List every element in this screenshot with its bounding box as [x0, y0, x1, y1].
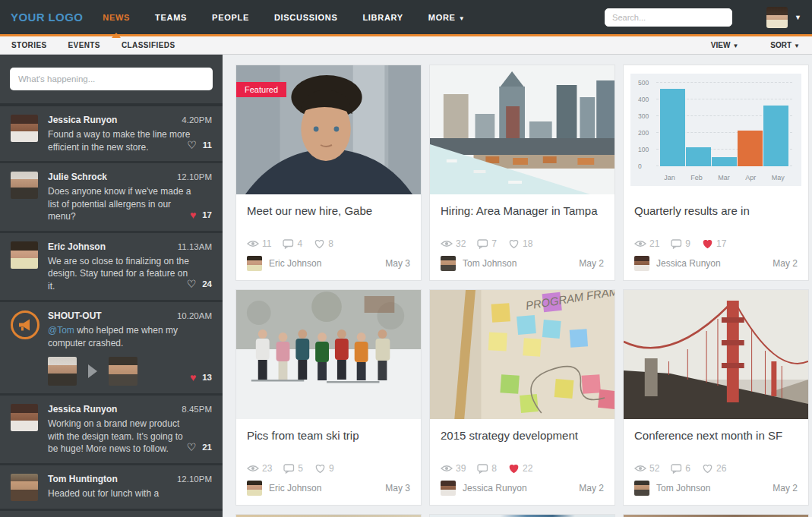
likes-stat[interactable]: 26 [702, 463, 726, 474]
nav-item-more[interactable]: MORE▼ [428, 13, 465, 22]
post-text: @Tom who helped me when my computer cras… [48, 324, 194, 349]
user-menu-chevron-down-icon[interactable]: ▼ [795, 14, 801, 21]
x-axis-tick: Jan [664, 174, 675, 181]
views-stat: 39 [441, 463, 466, 474]
timestamp: 4.20PM [182, 115, 212, 125]
subnav-tab-events[interactable]: EVENTS [68, 41, 100, 49]
author-avatar [247, 256, 262, 271]
featured-badge: Featured [236, 82, 286, 97]
author-name[interactable]: SHOUT-OUT [48, 311, 102, 321]
nav-item-discussions[interactable]: DISCUSSIONS [274, 13, 338, 22]
post-date: May 2 [579, 483, 604, 493]
card-title[interactable]: Meet our new hire, Gabe [247, 204, 410, 219]
feed-item[interactable]: Jessica Runyon 8.45PM Working on a brand… [0, 396, 223, 465]
search-input[interactable] [605, 8, 732, 27]
card-partial[interactable] [623, 514, 809, 517]
avatar [11, 404, 38, 431]
author-name[interactable]: Eric Johnson [48, 241, 106, 252]
post-text: Headed out for lunch with a [48, 487, 194, 500]
likes-stat[interactable]: 17 [702, 238, 726, 249]
author-name[interactable]: Jessica Runyon [48, 404, 117, 415]
nav-item-library[interactable]: LIBRARY [362, 13, 403, 22]
eye-icon [441, 464, 453, 473]
author-name[interactable]: Tom Johnson [463, 258, 517, 269]
nav-item-people[interactable]: PEOPLE [212, 13, 249, 22]
ski-trip-photo [236, 290, 421, 419]
like-heart-icon[interactable] [187, 138, 197, 152]
chart-bar-jan [660, 89, 685, 166]
feed-item[interactable]: Eric Johnson 11.13AM We are so close to … [0, 233, 223, 303]
author-name[interactable]: Jessica Runyon [48, 115, 117, 125]
card-image [430, 65, 615, 194]
nav-item-news[interactable]: NEWS [103, 13, 130, 22]
eye-icon [441, 239, 453, 248]
card-title[interactable]: 2015 strategy development [441, 429, 604, 443]
megaphone-icon [11, 311, 39, 339]
comments-stat: 8 [477, 463, 497, 474]
like-heart-icon[interactable] [187, 277, 197, 291]
author-name[interactable]: Julie Schrock [48, 172, 107, 182]
news-card[interactable]: Conference next month in SF 52 6 26 Tom … [623, 289, 809, 506]
news-card[interactable]: 0100200300400500JanFebMarAprMay Quarterl… [623, 65, 809, 281]
eye-icon [247, 464, 259, 473]
author-name[interactable]: Tom Johnson [656, 483, 710, 493]
author-name[interactable]: Eric Johnson [269, 258, 321, 269]
sort-dropdown[interactable]: SORT▼ [770, 41, 800, 49]
top-navbar: YOUR LOGO NEWS TEAMS PEOPLE DISCUSSIONS … [0, 0, 812, 36]
like-heart-icon[interactable] [187, 440, 197, 454]
user-avatar[interactable] [766, 7, 788, 28]
feed-item[interactable]: Julie Schrock 12.10PM Does anyone know i… [0, 163, 223, 233]
feed-item[interactable]: SHOUT-OUT 10.20AM @Tom who helped me whe… [0, 302, 223, 396]
card-image: 0100200300400500JanFebMarAprMay [624, 65, 808, 194]
card-title[interactable]: Quarterly results are in [634, 204, 798, 219]
author-name[interactable]: Jessica Runyon [656, 258, 721, 269]
views-stat: 52 [634, 463, 659, 474]
likes-stat[interactable]: 8 [314, 238, 333, 249]
card-title[interactable]: Hiring: Area Manager in Tampa [441, 204, 604, 219]
comment-icon [477, 464, 488, 474]
cards-grid: Featured Meet our new hire, Gabe 11 4 [235, 65, 812, 517]
news-card[interactable]: PROGRAM FRAMEW 2015 strategy development… [429, 289, 615, 506]
likes-stat[interactable]: 22 [508, 463, 532, 474]
card-partial[interactable] [235, 514, 422, 517]
search-area: ▼ [605, 7, 801, 28]
heart-icon [508, 239, 520, 249]
mention-link[interactable]: @Tom [48, 325, 74, 336]
x-axis-tick: Feb [690, 174, 703, 181]
likes-stat[interactable]: 9 [314, 463, 334, 474]
subnav-tab-classifieds[interactable]: CLASSIFIEDS [122, 41, 175, 49]
chart-bar-may [763, 106, 788, 166]
views-stat: 32 [441, 238, 466, 249]
views-stat: 21 [634, 238, 659, 249]
news-card[interactable]: Featured Meet our new hire, Gabe 11 4 [235, 65, 422, 281]
card-title[interactable]: Conference next month in SF [634, 429, 798, 443]
views-stat: 23 [247, 463, 272, 474]
y-axis-tick: 500 [638, 79, 649, 87]
status-input[interactable] [10, 68, 213, 90]
view-dropdown[interactable]: VIEW▼ [711, 41, 738, 49]
feed-list: Jessica Runyon 4.20PM Found a way to mak… [0, 106, 223, 511]
likes-stat[interactable]: 18 [508, 238, 532, 249]
news-card[interactable]: Pics from team ski trip 23 5 9 Eric John… [235, 289, 422, 506]
feed-item[interactable]: Tom Huntington 12.10PM Headed out for lu… [0, 465, 223, 511]
post-date: May 3 [385, 483, 410, 493]
nav-item-teams[interactable]: TEAMS [155, 13, 187, 22]
author-name[interactable]: Eric Johnson [269, 483, 321, 493]
heart-icon [702, 239, 713, 249]
subnav-tab-stories[interactable]: STORIES [11, 41, 47, 49]
author-name[interactable]: Tom Huntington [48, 474, 118, 484]
author-avatar [247, 481, 262, 496]
comments-stat: 5 [283, 463, 303, 474]
app-logo[interactable]: YOUR LOGO [11, 11, 83, 24]
golden-gate-bridge-photo [624, 290, 808, 419]
card-title[interactable]: Pics from team ski trip [247, 429, 410, 443]
avatar [11, 241, 38, 269]
card-partial[interactable] [429, 514, 615, 517]
y-axis-tick: 100 [638, 146, 649, 153]
author-name[interactable]: Jessica Runyon [463, 483, 527, 493]
news-card[interactable]: Hiring: Area Manager in Tampa 32 7 18 To… [429, 65, 615, 281]
comments-stat: 6 [671, 463, 690, 474]
feed-item[interactable]: Jessica Runyon 4.20PM Found a way to mak… [0, 106, 223, 163]
like-heart-icon[interactable] [190, 370, 196, 384]
like-heart-icon[interactable] [190, 208, 196, 222]
